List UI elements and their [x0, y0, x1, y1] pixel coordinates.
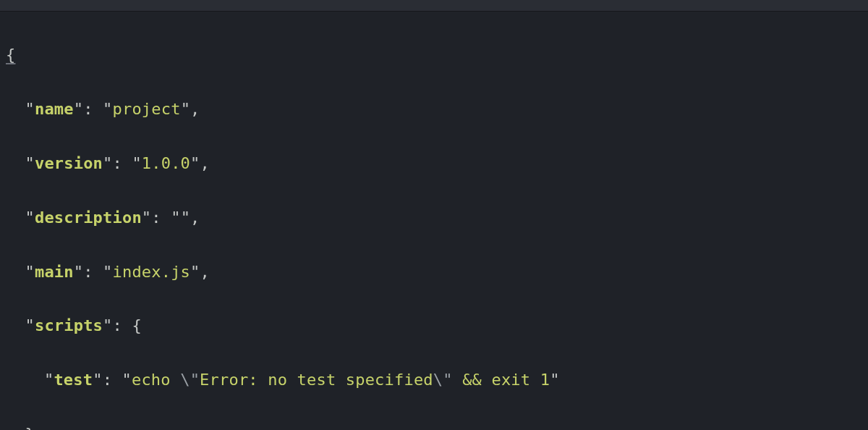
json-value: project — [113, 100, 181, 118]
code-line: "version": "1.0.0", — [6, 150, 862, 177]
json-value: 1.0.0 — [142, 154, 190, 172]
code-line: "main": "index.js", — [6, 258, 862, 285]
json-value: index.js — [113, 263, 191, 281]
brace-open: { — [6, 46, 15, 64]
code-line: "scripts": { — [6, 312, 862, 339]
editor-tabstrip — [0, 0, 868, 12]
json-key: scripts — [35, 316, 103, 334]
code-line: "name": "project", — [6, 96, 862, 122]
code-editor[interactable]: { "name": "project", "version": "1.0.0",… — [0, 12, 868, 430]
code-line: }, — [6, 421, 862, 430]
json-key: name — [35, 100, 74, 118]
code-line: "test": "echo \"Error: no test specified… — [6, 366, 862, 393]
json-key: version — [35, 154, 103, 172]
json-key: description — [35, 208, 142, 227]
json-key: test — [54, 371, 93, 389]
json-key: main — [35, 263, 74, 281]
code-line: "description": "", — [6, 204, 862, 231]
